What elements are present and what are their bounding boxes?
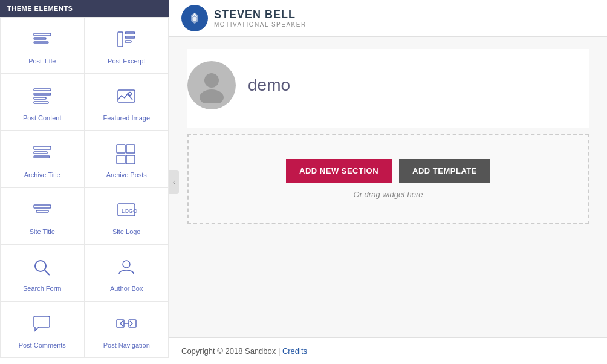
widget-item-post-excerpt[interactable]: Post Excerpt — [85, 17, 169, 74]
widget-item-post-content[interactable]: Post Content — [0, 74, 85, 131]
svg-rect-3 — [118, 32, 123, 47]
svg-point-33 — [200, 89, 224, 103]
svg-rect-20 — [34, 205, 51, 208]
svg-point-31 — [193, 17, 197, 21]
svg-rect-14 — [34, 152, 47, 154]
post-title-icon — [30, 28, 54, 53]
widget-grid: Post TitlePost ExcerptPost ContentFeatur… — [0, 17, 169, 358]
archive-title-icon — [30, 142, 54, 166]
site-title-icon — [30, 199, 54, 223]
avatar-icon — [193, 67, 230, 103]
add-new-section-button[interactable]: ADD NEW SECTION — [286, 159, 392, 183]
site-title-label: Site Title — [30, 228, 55, 235]
footer-credits-link[interactable]: Credits — [282, 346, 307, 356]
collapse-handle[interactable]: ‹ — [169, 170, 179, 194]
sidebar-header: THEME ELEMENTS — [0, 0, 169, 17]
svg-point-12 — [129, 93, 132, 96]
drop-zone: ADD NEW SECTION ADD TEMPLATE Or drag wid… — [187, 134, 589, 224]
svg-rect-5 — [125, 36, 135, 38]
featured-image-icon — [114, 85, 138, 109]
content-area: demo ADD NEW SECTION ADD TEMPLATE Or dra… — [169, 37, 607, 337]
author-box-label: Author Box — [110, 285, 143, 292]
svg-point-32 — [204, 73, 219, 88]
sidebar-header-label: THEME ELEMENTS — [7, 5, 73, 12]
svg-point-26 — [123, 261, 130, 268]
widget-item-featured-image[interactable]: Featured Image — [85, 74, 169, 131]
svg-rect-1 — [34, 38, 46, 39]
svg-rect-17 — [126, 145, 135, 153]
archive-title-label: Archive Title — [24, 171, 60, 178]
svg-rect-21 — [36, 210, 48, 212]
sidebar: THEME ELEMENTS Post TitlePost ExcerptPos… — [0, 0, 169, 364]
svg-line-25 — [45, 270, 50, 275]
svg-point-24 — [35, 261, 46, 271]
post-content-icon — [30, 85, 54, 109]
post-excerpt-label: Post Excerpt — [108, 57, 145, 65]
svg-rect-9 — [34, 97, 46, 99]
svg-rect-4 — [125, 32, 135, 34]
post-content-label: Post Content — [23, 114, 62, 122]
widget-item-archive-title[interactable]: Archive Title — [0, 131, 85, 187]
svg-rect-2 — [34, 42, 48, 43]
author-avatar — [187, 61, 236, 109]
site-logo-label: Site Logo — [112, 228, 140, 235]
footer-copyright: Copyright © 2018 Sandbox | — [181, 346, 282, 356]
svg-rect-10 — [34, 102, 48, 103]
post-excerpt-icon — [114, 28, 138, 53]
drop-zone-buttons: ADD NEW SECTION ADD TEMPLATE — [286, 159, 490, 183]
site-logo-icon: LOGO — [114, 199, 138, 223]
featured-image-label: Featured Image — [103, 114, 150, 122]
search-form-label: Search Form — [23, 285, 62, 292]
svg-text:LOGO: LOGO — [122, 208, 137, 214]
archive-posts-icon — [114, 142, 138, 166]
search-form-icon — [30, 256, 54, 280]
svg-rect-0 — [34, 33, 51, 36]
author-section: demo — [187, 49, 589, 128]
widget-item-post-comments[interactable]: Post Comments — [0, 301, 85, 358]
svg-rect-19 — [126, 155, 135, 164]
svg-rect-6 — [125, 41, 131, 42]
logo-icon — [186, 10, 203, 27]
widget-item-author-box[interactable]: Author Box — [85, 244, 169, 301]
site-header: STEVEN BELL MOTIVATIONAL SPEAKER — [169, 0, 607, 37]
svg-rect-7 — [34, 89, 51, 91]
site-logo — [181, 5, 208, 31]
site-name-block: STEVEN BELL MOTIVATIONAL SPEAKER — [214, 8, 307, 28]
author-box-icon — [114, 256, 138, 280]
widget-item-archive-posts[interactable]: Archive Posts — [85, 131, 169, 187]
post-navigation-label: Post Navigation — [103, 342, 150, 349]
site-tagline: MOTIVATIONAL SPEAKER — [214, 21, 307, 28]
widget-item-search-form[interactable]: Search Form — [0, 244, 85, 301]
widget-item-site-title[interactable]: Site Title — [0, 187, 85, 244]
post-title-label: Post Title — [28, 57, 56, 65]
svg-rect-8 — [34, 93, 51, 95]
svg-rect-18 — [117, 155, 125, 164]
svg-rect-15 — [34, 156, 50, 158]
collapse-icon: ‹ — [173, 178, 175, 186]
post-navigation-icon — [114, 313, 138, 337]
add-template-button[interactable]: ADD TEMPLATE — [399, 159, 490, 183]
svg-rect-13 — [34, 146, 51, 149]
archive-posts-label: Archive Posts — [106, 171, 147, 178]
drag-hint: Or drag widget here — [354, 190, 423, 199]
site-name: STEVEN BELL — [214, 8, 307, 21]
post-comments-label: Post Comments — [19, 342, 66, 349]
author-name: demo — [248, 76, 290, 95]
post-comments-icon — [30, 313, 54, 337]
widget-item-post-title[interactable]: Post Title — [0, 17, 85, 74]
main-content: STEVEN BELL MOTIVATIONAL SPEAKER demo AD… — [169, 0, 607, 364]
svg-rect-16 — [117, 145, 125, 153]
site-footer: Copyright © 2018 Sandbox | Credits — [169, 337, 607, 364]
widget-item-post-navigation[interactable]: Post Navigation — [85, 301, 169, 358]
widget-item-site-logo[interactable]: LOGOSite Logo — [85, 187, 169, 244]
